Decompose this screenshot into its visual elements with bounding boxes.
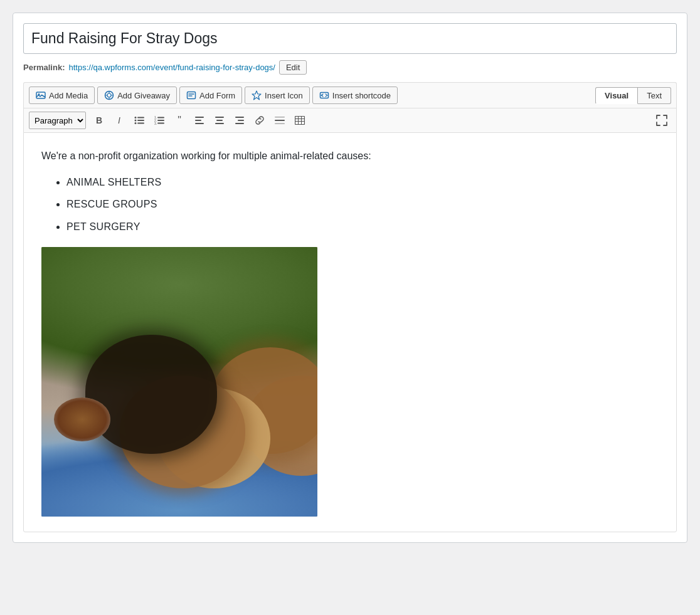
- align-center-button[interactable]: [210, 112, 229, 129]
- add-media-button[interactable]: Add Media: [29, 87, 95, 104]
- content-image: [41, 247, 317, 517]
- fullscreen-button[interactable]: [652, 112, 671, 129]
- align-left-button[interactable]: [190, 112, 209, 129]
- insert-shortcode-icon: [319, 90, 329, 100]
- svg-rect-20: [195, 120, 201, 121]
- view-tabs: Visual Text: [595, 87, 671, 104]
- svg-rect-21: [195, 123, 204, 124]
- svg-marker-5: [252, 91, 261, 100]
- content-list: ANIMAL SHELTERS RESCUE GROUPS PET SURGER…: [66, 174, 659, 235]
- tab-visual[interactable]: Visual: [595, 87, 638, 104]
- editor-container: Permalink: https://qa.wpforms.com/event/…: [13, 13, 687, 543]
- svg-point-9: [135, 120, 137, 122]
- svg-point-11: [135, 122, 137, 124]
- svg-point-7: [135, 117, 137, 118]
- svg-rect-19: [195, 117, 204, 118]
- horizontal-rule-button[interactable]: [270, 112, 289, 129]
- permalink-label: Permalink:: [23, 63, 65, 72]
- add-form-button[interactable]: Add Form: [179, 87, 242, 104]
- italic-button[interactable]: I: [110, 112, 129, 129]
- insert-icon-icon: [252, 90, 262, 100]
- svg-rect-22: [215, 117, 224, 118]
- blockquote-button[interactable]: ": [170, 112, 189, 129]
- svg-text:3.: 3.: [154, 122, 157, 125]
- svg-rect-26: [238, 120, 244, 121]
- insert-shortcode-button[interactable]: Insert shortcode: [312, 87, 398, 104]
- permalink-bar: Permalink: https://qa.wpforms.com/event/…: [23, 60, 677, 75]
- unordered-list-button[interactable]: [130, 112, 149, 129]
- permalink-edit-button[interactable]: Edit: [279, 60, 307, 75]
- svg-rect-23: [216, 120, 223, 121]
- list-item: RESCUE GROUPS: [66, 196, 659, 213]
- list-item: ANIMAL SHELTERS: [66, 174, 659, 191]
- add-giveaway-button[interactable]: Add Giveaway: [97, 87, 177, 104]
- svg-rect-25: [235, 117, 244, 118]
- svg-rect-27: [235, 123, 244, 124]
- svg-rect-8: [137, 117, 144, 118]
- format-toolbar: Paragraph B I 1.2.3. ": [23, 108, 677, 132]
- add-giveaway-icon: [104, 90, 114, 100]
- svg-rect-28: [275, 120, 285, 121]
- svg-rect-4: [187, 92, 195, 99]
- link-button[interactable]: [250, 112, 269, 129]
- svg-rect-18: [157, 123, 164, 124]
- insert-icon-button[interactable]: Insert Icon: [245, 87, 310, 104]
- permalink-link[interactable]: https://qa.wpforms.com/event/fund-raisin…: [68, 63, 275, 72]
- bold-button[interactable]: B: [90, 112, 109, 129]
- top-toolbar: Add Media Add Giveaway Add Form: [23, 82, 677, 108]
- tab-text[interactable]: Text: [638, 87, 671, 104]
- ordered-list-button[interactable]: 1.2.3.: [150, 112, 169, 129]
- puppy-photo: [41, 247, 317, 517]
- svg-rect-29: [275, 117, 285, 118]
- intro-text: We're a non-profit organization working …: [41, 148, 659, 164]
- add-media-icon: [36, 90, 46, 100]
- svg-rect-10: [137, 120, 144, 121]
- paragraph-select[interactable]: Paragraph: [29, 112, 86, 129]
- svg-rect-30: [275, 124, 285, 125]
- svg-rect-14: [157, 117, 164, 118]
- add-form-icon: [186, 90, 196, 100]
- svg-rect-24: [215, 123, 224, 124]
- svg-rect-12: [137, 123, 144, 124]
- list-item: PET SURGERY: [66, 219, 659, 235]
- svg-rect-31: [295, 117, 305, 125]
- align-right-button[interactable]: [230, 112, 249, 129]
- post-title-input[interactable]: [23, 23, 677, 54]
- svg-point-3: [107, 93, 111, 97]
- table-button[interactable]: [290, 112, 309, 129]
- content-editor[interactable]: We're a non-profit organization working …: [23, 132, 677, 532]
- svg-rect-16: [157, 120, 164, 121]
